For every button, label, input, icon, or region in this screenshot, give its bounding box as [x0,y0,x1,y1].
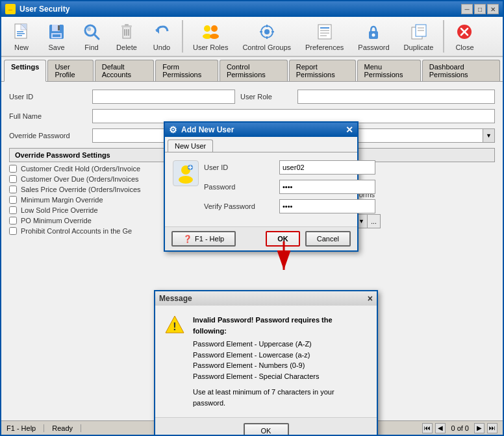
message-ok-button[interactable]: OK [244,423,289,436]
close-window-button[interactable]: ✕ [487,4,499,14]
toolbar-undo-button[interactable]: Undo [145,18,178,54]
find-button-label: Find [84,43,98,51]
toolbar-save-button[interactable]: Save [40,18,73,54]
prohibit-label: Prohibit Control Accounts in the Ge [21,227,132,235]
password-icon [363,21,384,42]
toolbar-separator-2 [443,20,444,53]
main-window: User Security ─ □ ✕ New [0,0,504,436]
tab-report-permissions[interactable]: Report Permissions [289,60,356,81]
title-bar-left: User Security [5,4,69,14]
user-roles-label: User Roles [193,43,228,51]
help-icon: ❓ [183,235,192,243]
toolbar-delete-button[interactable]: Delete [110,18,143,54]
minimize-button[interactable]: ─ [461,4,473,14]
add-user-dialog-title: ⚙ Add New User ✕ [165,123,357,137]
add-user-close-button[interactable]: ✕ [346,125,353,134]
message-footer: OK [155,417,377,436]
dialog-password-row: Password [204,180,375,194]
user-id-row: User ID User Role [9,90,495,104]
toolbar-password-button[interactable]: Password [352,18,395,54]
preferences-label: Preferences [305,43,344,51]
svg-point-49 [179,176,193,184]
toolbar-find-button[interactable]: Find [75,18,108,54]
svg-line-15 [94,34,99,39]
toolbar-control-groups-button[interactable]: Control Groups [236,18,297,54]
toolbar-new-button[interactable]: New [5,18,38,54]
ready-status: Ready [52,424,81,432]
svg-rect-0 [7,6,14,10]
tabs-container: Settings User Profile Default Accounts F… [1,57,503,82]
add-user-new-user-tab[interactable]: New User [168,139,213,152]
nav-first-button[interactable]: ⏮ [422,423,433,433]
page-info: 0 of 0 [448,424,472,432]
nav-last-button[interactable]: ⏭ [487,423,498,433]
po-min-checkbox[interactable] [9,217,17,224]
override-password-arrow[interactable]: ▼ [483,128,495,143]
save-button-label: Save [48,43,64,51]
preferences-icon [314,21,335,42]
message-line2: Password Element - Uppercase (A-Z) [193,339,368,350]
svg-rect-44 [418,30,424,31]
control-groups-icon [257,21,277,42]
user-role-input[interactable] [297,90,495,104]
svg-rect-1 [9,10,12,13]
tab-menu-permissions[interactable]: Menu Permissions [357,60,421,81]
dialog-user-id-input[interactable] [279,160,375,175]
over-due-checkbox[interactable] [9,175,17,183]
message-close-button[interactable]: × [368,294,373,303]
toolbar-user-roles-button[interactable]: User Roles [187,18,234,54]
message-line1: Invalid Password! Password requires the … [193,315,368,336]
add-user-title-text: Add New User [181,125,234,134]
add-user-cancel-button[interactable]: Cancel [305,231,351,247]
credit-hold-checkbox[interactable] [9,165,17,173]
svg-point-29 [264,29,270,34]
dialog-verify-password-label: Verify Password [204,202,275,210]
toolbar-close-button[interactable]: Close [448,18,481,54]
toolbar-duplicate-button[interactable]: Duplicate [398,18,440,54]
tab-form-permissions[interactable]: Form Permissions [155,60,218,81]
tab-dashboard-permissions[interactable]: Dashboard Permissions [422,60,500,81]
tab-control-permissions[interactable]: Control Permissions [220,60,288,81]
tab-user-profile[interactable]: User Profile [47,60,93,81]
find-icon [81,21,102,42]
user-id-input[interactable] [92,90,235,104]
message-line7: Use at least minimum of 7 characters in … [193,387,368,408]
user-id-label: User ID [9,93,87,101]
arrow-indicator [277,241,290,274]
app-icon [5,4,16,14]
warning-icon: ! [164,315,185,335]
dialog-password-input[interactable] [279,180,375,194]
svg-point-26 [211,25,218,32]
low-sold-checkbox[interactable] [9,206,17,214]
svg-rect-38 [320,35,327,36]
svg-rect-8 [17,35,22,36]
dialog-verify-password-input[interactable] [279,199,375,213]
undo-icon [151,21,172,42]
svg-rect-11 [58,25,60,30]
ready-status-text: Ready [52,424,73,432]
svg-rect-7 [17,33,25,34]
svg-point-24 [204,25,210,32]
dialog-verify-password-row: Verify Password [204,199,375,213]
prohibit-checkbox[interactable] [9,227,17,235]
duplicate-label: Duplicate [404,43,434,51]
sales-price-checkbox[interactable] [9,186,17,193]
credit-hold-label: Customer Credit Hold (Orders/Invoice [21,165,140,173]
add-user-help-button[interactable]: ❓ F1 - Help [171,231,236,247]
maximize-button[interactable]: □ [474,4,486,14]
new-button-label: New [14,43,29,51]
min-margin-checkbox[interactable] [9,196,17,204]
window-title: User Security [19,5,69,14]
help-status: F1 - Help [6,424,44,432]
svg-rect-2 [8,10,12,10]
tab-settings[interactable]: Settings [4,60,46,82]
user-role-label: User Role [240,93,292,101]
message-dialog: Message × ! Invalid Password! Password r… [154,290,378,436]
message-body: ! Invalid Password! Password requires th… [155,306,377,417]
svg-rect-36 [320,30,329,31]
tab-default-accounts[interactable]: Default Accounts [95,60,155,81]
nav-next-button[interactable]: ▶ [474,423,485,433]
add-user-tabs: New User [165,137,357,152]
toolbar-preferences-button[interactable]: Preferences [299,18,349,54]
nav-prev-button[interactable]: ◀ [435,423,446,433]
